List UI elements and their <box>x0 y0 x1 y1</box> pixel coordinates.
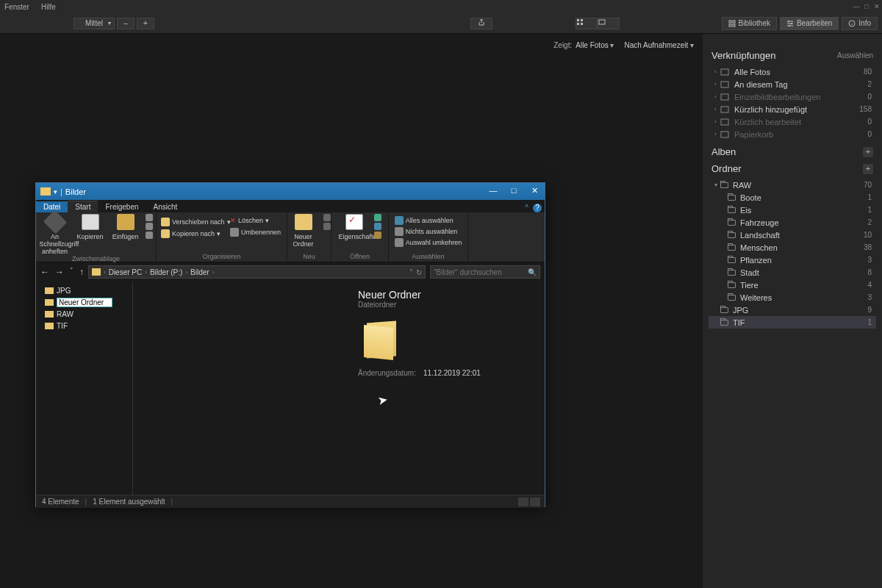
chevron-down-icon[interactable]: ▾ <box>714 182 720 188</box>
edit-icon[interactable] <box>374 223 381 230</box>
search-field[interactable]: "Bilder" durchsuchen 🔍 <box>430 265 540 279</box>
menu-help[interactable]: Hilfe <box>41 3 56 11</box>
zoom-in-button[interactable]: + <box>137 18 154 29</box>
folder-item[interactable]: Pflanzen3 <box>709 254 876 266</box>
close-button[interactable]: ✕ <box>524 183 545 200</box>
invert-selection-button[interactable]: Auswahl umkehren <box>395 237 462 248</box>
zoom-out-button[interactable]: – <box>117 18 135 29</box>
tab-file[interactable]: Datei <box>36 201 68 212</box>
explorer-titlebar[interactable]: ▾ | Bilder — □ ✕ <box>36 183 545 200</box>
properties-button[interactable]: Eigenschaften <box>339 214 370 240</box>
dropdown-icon[interactable]: ˅ <box>409 268 413 276</box>
tab-share[interactable]: Freigeben <box>98 201 146 212</box>
minimize-button[interactable]: — <box>483 183 503 200</box>
folder-item[interactable]: Tiere4 <box>709 279 876 291</box>
share-button[interactable] <box>470 18 492 29</box>
folder-item[interactable]: Fahrzeuge2 <box>709 216 876 229</box>
refresh-icon[interactable]: ↻ <box>416 268 422 276</box>
content-pane[interactable]: ➤ <box>133 282 348 495</box>
add-album-button[interactable]: + <box>863 147 873 157</box>
qat-chevron-icon[interactable]: ▾ <box>54 188 57 196</box>
collapse-ribbon-icon[interactable]: ^ <box>525 204 528 212</box>
search-icon[interactable]: 🔍 <box>528 268 537 276</box>
select-none-button[interactable]: Nichts auswählen <box>395 226 458 237</box>
chevron-right-icon[interactable]: › <box>104 269 106 276</box>
folder-item[interactable]: TIF1 <box>709 316 876 329</box>
thumbs-view-icon[interactable] <box>530 498 540 506</box>
folder-item[interactable]: Eis1 <box>709 204 876 216</box>
chevron-right-icon[interactable]: › <box>714 131 720 137</box>
breadcrumb-drive[interactable]: Bilder (P:) <box>150 268 182 276</box>
move-to-button[interactable]: Verschieben nach ▾ <box>161 217 231 227</box>
pin-quickaccess-button[interactable]: An Schnellzugriff anheften <box>40 214 71 255</box>
copy-button[interactable]: Kopieren <box>75 214 106 240</box>
cut-icon[interactable] <box>146 214 153 221</box>
folder-item[interactable]: Boote1 <box>709 191 876 204</box>
tree-item[interactable]: TIF <box>36 320 132 331</box>
easy-access-icon[interactable] <box>323 223 331 230</box>
minimize-icon[interactable]: — <box>851 3 861 10</box>
tree-item[interactable]: RAW <box>36 308 132 320</box>
tab-view[interactable]: Ansicht <box>146 201 185 212</box>
filter-shows[interactable]: Zeigt: Alle Fotos ▾ <box>553 41 614 49</box>
tree-item[interactable]: JPG <box>36 284 132 296</box>
history-icon[interactable] <box>374 232 381 239</box>
add-folder-button[interactable]: + <box>863 164 873 174</box>
filter-sort[interactable]: Nach Aufnahmezeit ▾ <box>625 41 695 49</box>
paste-shortcut-icon[interactable] <box>146 232 153 239</box>
link-label: Papierkorb <box>734 130 773 139</box>
maximize-icon[interactable]: □ <box>861 3 872 10</box>
new-item-icon[interactable] <box>323 214 331 221</box>
zoom-level-select[interactable]: Mittel <box>74 18 115 29</box>
address-field[interactable]: › Dieser PC › Bilder (P:) › Bilder › ˅ ↻ <box>88 265 426 279</box>
link-item[interactable]: ›An diesem Tag2 <box>709 78 876 90</box>
chevron-right-icon[interactable]: › <box>714 118 720 125</box>
folder-item[interactable]: Menschen38 <box>709 241 876 254</box>
paste-button[interactable]: Einfügen <box>110 214 141 240</box>
link-item[interactable]: ›Papierkorb0 <box>709 128 876 140</box>
open-icon[interactable] <box>374 214 381 221</box>
details-view-icon[interactable] <box>518 498 528 506</box>
folder-count: 1 <box>867 193 872 201</box>
tree-item[interactable] <box>36 296 132 308</box>
forward-button[interactable]: → <box>55 267 64 277</box>
library-mode-button[interactable]: Bibliothek <box>722 17 777 30</box>
chevron-right-icon[interactable]: › <box>714 106 720 112</box>
info-mode-button[interactable]: Info <box>842 17 878 30</box>
delete-button[interactable]: ✕Löschen ▾ <box>230 215 281 226</box>
preview-modified: Änderungsdatum: 11.12.2019 22:01 <box>358 369 534 377</box>
maximize-button[interactable]: □ <box>503 183 524 200</box>
edit-mode-button[interactable]: Bearbeiten <box>780 17 839 30</box>
single-view-button[interactable] <box>598 18 620 29</box>
svg-rect-5 <box>729 21 731 23</box>
recent-dropdown[interactable]: ˅ <box>70 267 74 277</box>
help-icon[interactable]: ? <box>533 204 542 212</box>
copy-path-icon[interactable] <box>146 223 153 230</box>
select-all-button[interactable]: Alles auswählen <box>395 215 453 226</box>
back-button[interactable]: ← <box>40 267 49 277</box>
rename-button[interactable]: Umbenennen <box>230 227 281 237</box>
breadcrumb-pc[interactable]: Dieser PC <box>109 268 143 276</box>
close-icon[interactable]: ✕ <box>872 3 882 10</box>
grid-view-button[interactable] <box>576 18 598 29</box>
chevron-right-icon[interactable]: › <box>714 68 720 75</box>
menu-window[interactable]: Fenster <box>4 3 29 11</box>
copy-to-button[interactable]: Kopieren nach ▾ <box>161 229 220 239</box>
folder-item[interactable]: JPG9 <box>709 304 876 316</box>
chevron-right-icon[interactable]: › <box>714 81 720 87</box>
link-item[interactable]: ›Kürzlich bearbeitet0 <box>709 115 876 128</box>
new-folder-button[interactable]: Neuer Ordner <box>288 214 319 248</box>
chevron-right-icon[interactable]: › <box>714 93 720 100</box>
folder-item[interactable]: Weiteres3 <box>709 291 876 304</box>
links-select-action[interactable]: Auswählen <box>837 51 873 60</box>
breadcrumb-folder[interactable]: Bilder <box>190 268 209 276</box>
tab-start[interactable]: Start <box>68 201 98 212</box>
folder-root[interactable]: ▾ RAW 70 <box>709 179 876 191</box>
link-item[interactable]: ›Alle Fotos80 <box>709 65 876 78</box>
link-item[interactable]: ›Kürzlich hinzugefügt158 <box>709 103 876 115</box>
folder-item[interactable]: Landschaft10 <box>709 229 876 241</box>
up-button[interactable]: ↑ <box>79 267 84 277</box>
rename-input[interactable] <box>57 298 112 307</box>
folder-item[interactable]: Stadt8 <box>709 266 876 279</box>
link-item[interactable]: ›Einzelbildbearbeitungen0 <box>709 90 876 103</box>
